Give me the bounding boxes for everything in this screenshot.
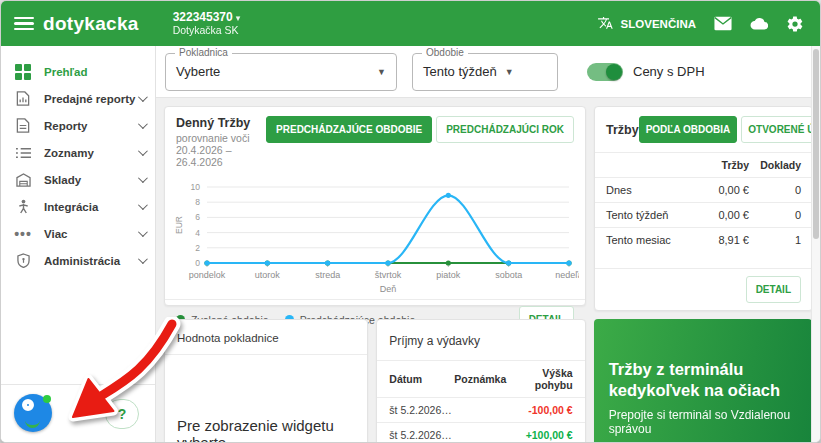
chevron-down-icon: ▾ bbox=[236, 13, 241, 23]
chevron-down-icon: ▼ bbox=[377, 67, 386, 77]
account-name: Dotykačka SK bbox=[173, 24, 241, 36]
sidebar-footer: ? bbox=[1, 384, 155, 442]
warehouse-icon bbox=[15, 172, 31, 188]
sidebar-item-reporty[interactable]: Reporty bbox=[1, 112, 155, 139]
svg-text:Deň: Deň bbox=[380, 284, 397, 294]
vertical-scrollbar[interactable] bbox=[811, 46, 820, 442]
table-row[interactable]: Tento týždeň 0,00 € 0 bbox=[595, 202, 812, 227]
table-row[interactable]: št 5.2.2026… -100,00 € bbox=[377, 397, 584, 422]
promo-title: Tržby z terminálu kedykoľvek na očiach bbox=[609, 359, 797, 402]
sidebar-item-predajne-reporty[interactable]: Predajné reporty bbox=[1, 85, 155, 112]
language-selector[interactable]: SLOVENČINA bbox=[597, 15, 696, 33]
help-button[interactable]: ? bbox=[105, 399, 139, 429]
card-subtitle: porovnanie voči 20.4.2026 – 26.4.2026 bbox=[176, 132, 266, 168]
account-selector[interactable]: 322345370▾ Dotykačka SK bbox=[173, 11, 241, 37]
pokladnica-select[interactable]: Pokladnica Vyberte ▼ bbox=[165, 53, 397, 91]
table-row[interactable]: Dnes 0,00 € 0 bbox=[595, 177, 812, 202]
sidebar-item-zoznamy[interactable]: Zoznamy bbox=[1, 139, 155, 166]
vat-toggle[interactable]: Ceny s DPH bbox=[587, 63, 705, 81]
sidebar-item-integracia[interactable]: Integrácia bbox=[1, 193, 155, 220]
svg-text:2: 2 bbox=[195, 243, 200, 253]
sales-detail-button[interactable]: DETAIL bbox=[746, 276, 801, 303]
svg-text:4: 4 bbox=[195, 228, 200, 238]
sales-table: Tržby Doklady Dnes 0,00 € 0 Tento týždeň… bbox=[595, 152, 812, 252]
app-logo[interactable]: dotykacka bbox=[43, 13, 139, 35]
cash-value-card: Hodnota pokladnice Pre zobrazenie widget… bbox=[164, 319, 368, 442]
filter-bar: Pokladnica Vyberte ▼ Obdobie Tento týžde… bbox=[156, 46, 820, 98]
sidebar-item-administracia[interactable]: Administrácia bbox=[1, 247, 155, 274]
card-title: Príjmy a výdavky bbox=[377, 320, 584, 360]
card-title: Hodnota pokladnice bbox=[165, 320, 367, 355]
header-actions: SLOVENČINA bbox=[597, 15, 804, 33]
empty-widget-message: Pre zobrazenie widgetu vyberte bbox=[165, 417, 367, 442]
more-dots-icon: ••• bbox=[15, 226, 31, 242]
svg-text:10: 10 bbox=[191, 182, 201, 192]
table-header-row: Dátum Poznámka Výška pohybu bbox=[377, 360, 584, 397]
chevron-down-icon bbox=[138, 92, 148, 102]
open-accounts-button[interactable]: OTVORENÉ ÚČTY bbox=[741, 116, 820, 143]
chevron-down-icon bbox=[138, 254, 148, 264]
sidebar-item-sklady[interactable]: Sklady bbox=[1, 166, 155, 193]
document-icon bbox=[15, 118, 31, 134]
promo-text: Prepojte si terminál so Vzdialenou správ… bbox=[609, 408, 797, 436]
chevron-down-icon bbox=[138, 173, 148, 183]
daily-sales-chart: 0246810pondelokutorokstredaštvrtokpiatok… bbox=[165, 177, 585, 299]
terminal-promo-card: Tržby z terminálu kedykoľvek na očiach P… bbox=[594, 319, 812, 442]
chevron-down-icon bbox=[138, 146, 148, 156]
table-row[interactable]: Tento mesiac 8,91 € 1 bbox=[595, 227, 812, 252]
income-expense-card: Príjmy a výdavky Dátum Poznámka Výška po… bbox=[376, 319, 585, 442]
shield-icon bbox=[15, 253, 31, 269]
svg-text:nedeľa: nedeľa bbox=[555, 270, 579, 280]
account-number: 322345370 bbox=[173, 10, 233, 24]
list-icon bbox=[15, 145, 31, 161]
cloud-icon[interactable] bbox=[750, 15, 768, 33]
app-window: dotykacka 322345370▾ Dotykačka SK SLOVEN… bbox=[0, 0, 821, 443]
prev-period-button[interactable]: PREDCHÁDZAJÚCE OBDOBIE bbox=[266, 116, 432, 143]
by-period-button[interactable]: PODĽA OBDOBIA bbox=[639, 116, 738, 143]
svg-text:štvrtok: štvrtok bbox=[375, 270, 402, 280]
dashboard-icon bbox=[15, 64, 31, 80]
svg-text:6: 6 bbox=[195, 212, 200, 222]
svg-text:EUR: EUR bbox=[174, 216, 184, 234]
app-header: dotykacka 322345370▾ Dotykačka SK SLOVEN… bbox=[1, 1, 820, 46]
sidebar-item-viac[interactable]: ••• Viac bbox=[1, 220, 155, 247]
card-title: Tržby bbox=[606, 123, 639, 137]
sales-report-icon bbox=[15, 91, 31, 107]
chevron-down-icon bbox=[138, 227, 148, 237]
income-expense-table: Dátum Poznámka Výška pohybu št 5.2.2026…… bbox=[377, 360, 584, 442]
svg-text:utorok: utorok bbox=[255, 270, 281, 280]
svg-text:piatok: piatok bbox=[436, 270, 461, 280]
svg-text:0: 0 bbox=[195, 258, 200, 268]
translate-icon bbox=[597, 15, 615, 33]
chat-notification-dot bbox=[43, 395, 51, 403]
envelope-icon[interactable] bbox=[714, 15, 732, 33]
obdobie-select[interactable]: Obdobie Tento týždeň ▼ bbox=[412, 53, 558, 91]
hamburger-menu-icon[interactable] bbox=[14, 14, 34, 34]
person-icon bbox=[15, 199, 31, 215]
svg-text:8: 8 bbox=[195, 197, 200, 207]
table-row[interactable]: št 5.2.2026… +100,00 € bbox=[377, 422, 584, 442]
gear-icon[interactable] bbox=[786, 15, 804, 33]
sales-summary-card: Tržby PODĽA OBDOBIA OTVORENÉ ÚČTY Tržby … bbox=[594, 106, 813, 311]
svg-text:sobota: sobota bbox=[495, 270, 522, 280]
chevron-down-icon: ▼ bbox=[505, 67, 514, 77]
sidebar: Prehľad Predajné reporty Reporty bbox=[1, 46, 156, 442]
language-label: SLOVENČINA bbox=[621, 18, 696, 30]
main-content: Pokladnica Vyberte ▼ Obdobie Tento týžde… bbox=[156, 46, 820, 442]
chevron-down-icon bbox=[138, 200, 148, 210]
svg-text:pondelok: pondelok bbox=[189, 270, 226, 280]
chevron-down-icon bbox=[138, 119, 148, 129]
table-header-row: Tržby Doklady bbox=[595, 152, 812, 177]
sidebar-item-prehlad[interactable]: Prehľad bbox=[1, 58, 155, 85]
toggle-switch-icon[interactable] bbox=[587, 63, 623, 81]
svg-text:streda: streda bbox=[315, 270, 340, 280]
chat-bubble-icon[interactable] bbox=[14, 394, 52, 432]
daily-sales-card: Denný Tržby porovnanie voči 20.4.2026 – … bbox=[164, 106, 586, 306]
card-title: Denný Tržby bbox=[176, 116, 266, 130]
scrollbar-thumb[interactable] bbox=[813, 49, 819, 239]
prev-year-button[interactable]: PREDCHÁDZAJÚCI ROK bbox=[436, 116, 574, 143]
